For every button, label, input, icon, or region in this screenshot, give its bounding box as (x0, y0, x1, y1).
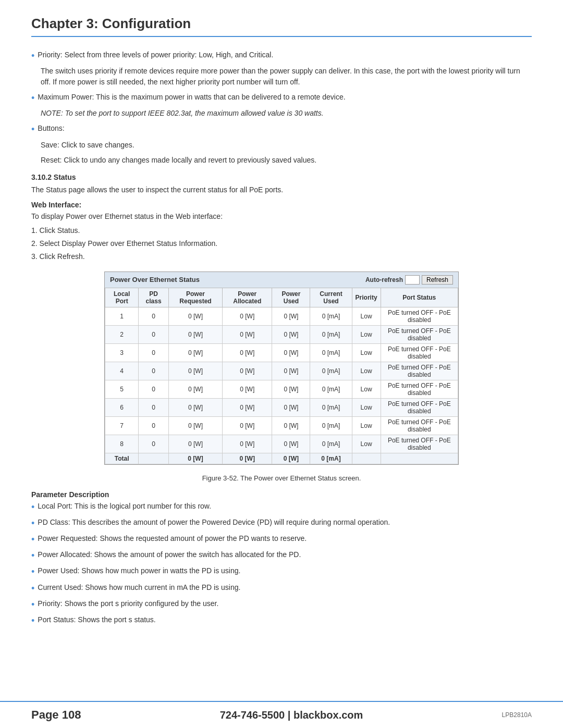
cell-priority: Low (352, 362, 381, 380)
param-desc-heading: Parameter Description (31, 490, 532, 499)
col-power-requested: Power Requested (168, 288, 222, 307)
cell-port-status: PoE turned OFF - PoE disabled (381, 325, 458, 343)
table-row: 5 0 0 [W] 0 [W] 0 [W] 0 [mA] Low PoE tur… (105, 380, 458, 398)
max-power-bullet-item: • Maximum Power: This is the maximum pow… (31, 92, 532, 105)
cell-port: 4 (105, 362, 139, 380)
cell-port: 6 (105, 398, 139, 416)
table-row: 1 0 0 [W] 0 [W] 0 [W] 0 [mA] Low PoE tur… (105, 307, 458, 325)
cell-power-used: 0 [W] (272, 362, 310, 380)
bullet-dot-p3: • (31, 533, 34, 546)
cell-power-used: 0 [W] (272, 343, 310, 362)
chapter-title: Chapter 3: Configuration (31, 16, 532, 37)
cell-current-used: 0 [mA] (310, 343, 352, 362)
cell-pd-class: 0 (139, 380, 169, 398)
step3: 3. Click Refresh. (31, 251, 532, 262)
col-power-allocated: Power Allocated (223, 288, 272, 307)
footer-center: 724-746-5500 | blackbox.com (220, 709, 363, 721)
cell-current-used: 0 [mA] (310, 416, 352, 435)
page-footer: Page 108 724-746-5500 | blackbox.com LPB… (0, 701, 563, 728)
cell-power-alloc: 0 [W] (223, 380, 272, 398)
step2: 2. Select Display Power over Ethernet St… (31, 238, 532, 249)
note-italic: NOTE: To set the port to support IEEE 80… (41, 108, 532, 119)
col-power-used: Power Used (272, 288, 310, 307)
bullet-dot-3: • (31, 123, 34, 136)
refresh-button[interactable]: Refresh (422, 275, 453, 285)
param-priority-text: Priority: Shows the port s priority conf… (38, 598, 218, 609)
priority-paragraph: The switch uses priority if remote devic… (41, 66, 532, 88)
cell-power-req: 0 [W] (168, 343, 222, 362)
footer-page: Page 108 (31, 708, 81, 722)
cell-power-used: 0 [W] (272, 398, 310, 416)
bullet-dot-2: • (31, 92, 34, 105)
cell-current-used: 0 [mA] (310, 380, 352, 398)
buttons-bullet-text: Buttons: (38, 123, 64, 134)
cell-port-status: PoE turned OFF - PoE disabled (381, 307, 458, 325)
param-port-status-text: Port Status: Shows the port s status. (38, 614, 155, 625)
step1: 1. Click Status. (31, 225, 532, 236)
cell-power-alloc: 0 [W] (223, 398, 272, 416)
cell-pd-class: 0 (139, 435, 169, 453)
poe-status-table-container: Power Over Ethernet Status Auto-refresh … (104, 272, 459, 465)
web-interface-heading: Web Interface: (31, 201, 532, 209)
cell-power-alloc: 0 [W] (223, 307, 272, 325)
cell-port-status: PoE turned OFF - PoE disabled (381, 362, 458, 380)
save-text: Save: Click to save changes. (41, 140, 532, 151)
cell-port: 1 (105, 307, 139, 325)
total-current-used: 0 [mA] (310, 453, 352, 464)
main-content: Chapter 3: Configuration • Priority: Sel… (0, 0, 563, 701)
table-row: 6 0 0 [W] 0 [W] 0 [W] 0 [mA] Low PoE tur… (105, 398, 458, 416)
auto-refresh-area: Auto-refresh Refresh (365, 275, 453, 285)
bullet-dot-p2: • (31, 517, 34, 530)
total-pd (139, 453, 169, 464)
cell-power-alloc: 0 [W] (223, 325, 272, 343)
auto-refresh-input[interactable] (405, 275, 420, 285)
poe-table: Local Port PD class Power Requested Powe… (105, 288, 458, 464)
cell-power-req: 0 [W] (168, 380, 222, 398)
cell-power-req: 0 [W] (168, 307, 222, 325)
param-local-port-text: Local Port: This is the logical port num… (38, 501, 211, 512)
col-priority: Priority (352, 288, 381, 307)
cell-power-used: 0 [W] (272, 380, 310, 398)
cell-priority: Low (352, 398, 381, 416)
auto-refresh-label: Auto-refresh (365, 276, 403, 283)
table-total-row: Total 0 [W] 0 [W] 0 [W] 0 [mA] (105, 453, 458, 464)
priority-bullet-item: • Priority: Select from three levels of … (31, 50, 532, 63)
cell-current-used: 0 [mA] (310, 362, 352, 380)
cell-port-status: PoE turned OFF - PoE disabled (381, 343, 458, 362)
table-header-row: Local Port PD class Power Requested Powe… (105, 288, 458, 307)
cell-current-used: 0 [mA] (310, 307, 352, 325)
footer-model: LPB2810A (502, 711, 532, 719)
cell-pd-class: 0 (139, 307, 169, 325)
cell-priority: Low (352, 325, 381, 343)
param-power-used-text: Power Used: Shows how much power in watt… (38, 565, 240, 576)
cell-power-req: 0 [W] (168, 416, 222, 435)
table-row: 3 0 0 [W] 0 [W] 0 [W] 0 [mA] Low PoE tur… (105, 343, 458, 362)
col-port-status: Port Status (381, 288, 458, 307)
cell-power-alloc: 0 [W] (223, 435, 272, 453)
buttons-bullet-item: • Buttons: (31, 123, 532, 136)
table-row: 7 0 0 [W] 0 [W] 0 [W] 0 [mA] Low PoE tur… (105, 416, 458, 435)
total-power-used: 0 [W] (272, 453, 310, 464)
cell-current-used: 0 [mA] (310, 398, 352, 416)
max-power-bullet-text: Maximum Power: This is the maximum power… (38, 92, 345, 103)
cell-power-alloc: 0 [W] (223, 416, 272, 435)
param-power-alloc-text: Power Allocated: Shows the amount of pow… (38, 549, 301, 560)
bullet-dot-p1: • (31, 501, 34, 514)
cell-priority: Low (352, 343, 381, 362)
cell-priority: Low (352, 435, 381, 453)
footer-page-label: Page 108 (31, 708, 81, 721)
col-current-used: Current Used (310, 288, 352, 307)
param-local-port-item: • Local Port: This is the logical port n… (31, 501, 532, 514)
bullet-dot-p5: • (31, 565, 34, 578)
total-priority (352, 453, 381, 464)
param-power-req-text: Power Requested: Shows the requested amo… (38, 533, 307, 544)
web-interface-intro: To display Power over Ethernet status in… (31, 211, 532, 222)
cell-power-req: 0 [W] (168, 398, 222, 416)
page-wrapper: Chapter 3: Configuration • Priority: Sel… (0, 0, 563, 728)
cell-power-used: 0 [W] (272, 307, 310, 325)
cell-port: 8 (105, 435, 139, 453)
total-power-req: 0 [W] (168, 453, 222, 464)
bullet-dot-p7: • (31, 598, 34, 611)
table-row: 8 0 0 [W] 0 [W] 0 [W] 0 [mA] Low PoE tur… (105, 435, 458, 453)
param-power-req-item: • Power Requested: Shows the requested a… (31, 533, 532, 546)
